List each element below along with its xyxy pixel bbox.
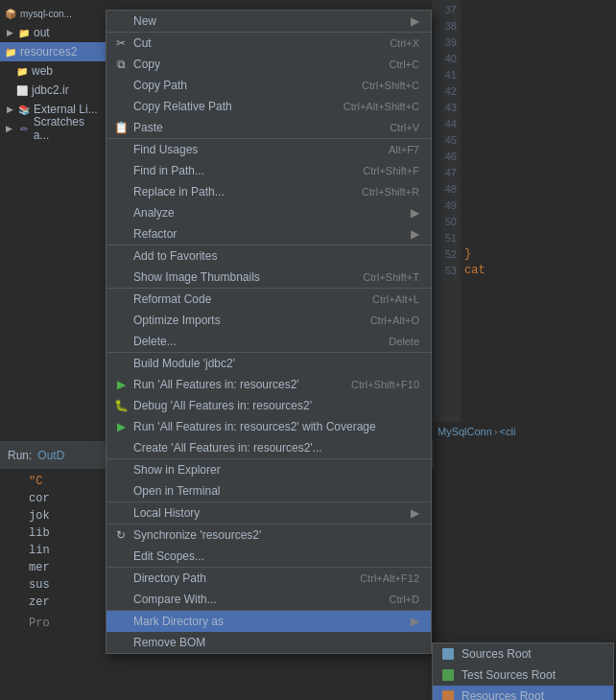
menu-item-paste[interactable]: 📋 Paste Ctrl+V (107, 117, 431, 138)
menu-item-remove-bom[interactable]: Remove BOM (107, 632, 431, 653)
tree-item-out[interactable]: ▶ 📁 out (0, 23, 106, 42)
paste-icon: 📋 (112, 121, 130, 134)
tree-arrow-ext: ▶ (4, 104, 15, 115)
code-content: } cat (461, 2, 616, 279)
line-num-45: 45 (445, 132, 457, 149)
test-sources-root-icon (440, 668, 456, 682)
menu-shortcut-reformat: Ctrl+Alt+L (372, 293, 419, 305)
tree-label-jdbc2ir: jdbc2.ir (32, 83, 69, 97)
submenu-item-test-sources-root[interactable]: Test Sources Root (433, 665, 613, 686)
menu-shortcut-paste: Ctrl+V (390, 122, 419, 133)
menu-label-synchronize: Synchronize 'resources2' (133, 528, 261, 542)
lib-icon-external: 📚 (17, 103, 31, 116)
menu-item-create-all[interactable]: Create 'All Features in: resources2'... (107, 437, 431, 458)
mark-directory-submenu: Sources Root Test Sources Root Resources… (432, 642, 614, 700)
menu-item-synchronize[interactable]: ↻ Synchronize 'resources2' (107, 525, 431, 546)
menu-item-find-in-path[interactable]: Find in Path... Ctrl+Shift+F (107, 160, 431, 181)
code-line-47 (461, 165, 616, 181)
line-num-37: 37 (445, 2, 457, 18)
menu-item-show-explorer[interactable]: Show in Explorer (107, 459, 431, 480)
menu-item-directory-path[interactable]: Directory Path Ctrl+Alt+F12 (107, 568, 431, 589)
menu-item-analyze[interactable]: Analyze ▶ (107, 202, 431, 223)
menu-item-build-module[interactable]: Build Module 'jdbc2' (107, 353, 431, 374)
menu-label-run-all: Run 'All Features in: resources2' (133, 378, 299, 391)
tree-label-resources2: resources2 (20, 45, 77, 58)
menu-item-replace-in-path[interactable]: Replace in Path... Ctrl+Shift+R (107, 181, 431, 202)
menu-label-add-favorites: Add to Favorites (133, 249, 217, 263)
line-num-40: 40 (445, 51, 457, 67)
submenu-item-sources-root[interactable]: Sources Root (433, 643, 613, 665)
line-num-46: 46 (445, 149, 457, 165)
submenu-label-test-sources-root: Test Sources Root (462, 668, 556, 682)
code-line-49 (461, 198, 616, 214)
menu-label-remove-bom: Remove BOM (133, 636, 205, 649)
submenu-label-sources-root: Sources Root (462, 647, 532, 661)
tree-item-web[interactable]: 📁 web (0, 61, 106, 81)
breadcrumb-mysql-conn: MySqlConn (438, 426, 492, 437)
line-num-42: 42 (445, 83, 457, 100)
menu-item-run-coverage[interactable]: ▶ Run 'All Features in: resources2' with… (107, 416, 431, 437)
submenu-item-resources-root[interactable]: Resources Root (433, 686, 613, 700)
menu-shortcut-delete: Delete (389, 336, 419, 347)
tree-item-scratches[interactable]: ▶ ✏ Scratches a... (0, 119, 106, 138)
menu-shortcut-cut: Ctrl+X (390, 37, 419, 49)
run-label: Run: (8, 449, 32, 462)
menu-item-copy[interactable]: ⧉ Copy Ctrl+C (107, 54, 431, 75)
tree-label-web: web (32, 64, 53, 78)
menu-arrow-mark-directory: ▶ (411, 615, 419, 628)
code-line-44 (461, 116, 616, 132)
menu-label-edit-scopes: Edit Scopes... (133, 549, 204, 563)
menu-item-copy-relative-path[interactable]: Copy Relative Path Ctrl+Alt+Shift+C (107, 96, 431, 117)
tree-label-external-lib: External Li... (34, 103, 98, 116)
tree-label-mysql: mysql-con... (20, 9, 72, 19)
line-num-52: 52 (445, 246, 457, 263)
line-num-38: 38 (445, 18, 457, 35)
jar-icon: 📦 (4, 7, 17, 20)
menu-item-compare-with[interactable]: Compare With... Ctrl+D (107, 589, 431, 610)
menu-item-optimize[interactable]: Optimize Imports Ctrl+Alt+O (107, 310, 431, 331)
debug-icon: 🐛 (112, 399, 130, 412)
tree-item-jdbc2ir[interactable]: ⬜ jdbc2.ir (0, 81, 106, 100)
menu-item-add-favorites[interactable]: Add to Favorites (107, 245, 431, 267)
menu-item-open-terminal[interactable]: Open in Terminal (107, 480, 431, 502)
menu-item-show-image[interactable]: Show Image Thumbnails Ctrl+Shift+T (107, 267, 431, 288)
menu-item-mark-directory[interactable]: Mark Directory as ▶ (107, 611, 431, 632)
tree-item-resources2[interactable]: 📁 resources2 (0, 42, 106, 61)
code-editor: 37 38 39 40 41 42 43 44 45 46 47 48 49 5… (432, 0, 616, 441)
menu-item-run-all[interactable]: ▶ Run 'All Features in: resources2' Ctrl… (107, 374, 431, 395)
code-line-46 (461, 149, 616, 165)
menu-item-copy-path[interactable]: Copy Path Ctrl+Shift+C (107, 75, 431, 96)
code-line-45 (461, 132, 616, 149)
menu-label-open-terminal: Open in Terminal (133, 484, 221, 498)
code-cat: cat (464, 264, 486, 277)
menu-item-delete[interactable]: Delete... Delete (107, 331, 431, 352)
code-line-41 (461, 67, 616, 83)
menu-item-edit-scopes[interactable]: Edit Scopes... (107, 546, 431, 567)
context-menu: New ▶ ✂ Cut Ctrl+X ⧉ Copy Ctrl+C Copy Pa… (106, 10, 432, 654)
menu-arrow-local-history: ▶ (411, 506, 419, 520)
menu-label-copy-path: Copy Path (133, 79, 187, 92)
line-num-50: 50 (445, 214, 457, 230)
menu-item-local-history[interactable]: Local History ▶ (107, 502, 431, 524)
menu-label-copy-relative-path: Copy Relative Path (133, 100, 232, 113)
menu-label-new: New (133, 14, 156, 28)
code-line-48 (461, 181, 616, 198)
menu-item-new[interactable]: New ▶ (107, 11, 431, 32)
menu-item-find-usages[interactable]: Find Usages Alt+F7 (107, 139, 431, 160)
menu-shortcut-optimize: Ctrl+Alt+O (370, 315, 419, 326)
menu-item-refactor[interactable]: Refactor ▶ (107, 223, 431, 245)
menu-item-cut[interactable]: ✂ Cut Ctrl+X (107, 33, 431, 54)
submenu-label-resources-root: Resources Root (462, 689, 544, 700)
menu-label-copy: Copy (133, 58, 160, 71)
menu-item-debug-all[interactable]: 🐛 Debug 'All Features in: resources2' (107, 395, 431, 416)
tree-item-mysql[interactable]: 📦 mysql-con... (0, 4, 106, 23)
line-num-47: 47 (445, 165, 457, 181)
code-line-43 (461, 100, 616, 116)
menu-item-reformat[interactable]: Reformat Code Ctrl+Alt+L (107, 289, 431, 310)
menu-label-paste: Paste (133, 121, 163, 134)
menu-label-delete: Delete... (133, 335, 177, 348)
run-icon: ▶ (112, 378, 130, 391)
menu-label-show-image: Show Image Thumbnails (133, 270, 260, 284)
resources-root-icon (440, 689, 456, 700)
code-line-51 (461, 230, 616, 246)
